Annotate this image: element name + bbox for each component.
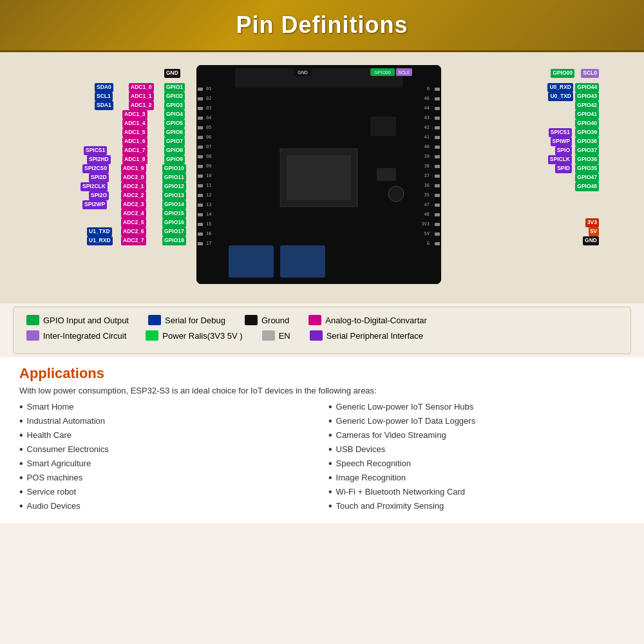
gpio-legend-label: GPIO Input and Output [43,316,129,325]
bullet: • [328,416,332,426]
board-surface: 01 02 03 04 05 06 07 08 09 10 11 12 [196,65,441,284]
bullet: • [328,459,332,469]
svg-rect-28 [435,107,440,110]
bullet: • [19,430,23,440]
bullet: • [328,473,332,483]
legend-adc: Analog-to-Digital-Convartar [308,315,427,325]
gnd-bottom-label: GND [583,236,599,245]
svg-rect-30 [435,126,440,129]
sclo-label: SCL0 [581,69,599,78]
svg-rect-12 [198,117,203,120]
en-color-box [262,330,275,341]
svg-text:15: 15 [206,222,211,227]
legend-power: Power Ralis(3V3 5V ) [146,330,242,341]
sda1-label: SDA1 [95,101,113,110]
svg-rect-18 [198,175,203,178]
svg-rect-16 [198,155,203,158]
app-item: •USB Devices [328,444,625,455]
ground-color-box [245,315,258,325]
svg-rect-17 [198,165,203,168]
svg-text:48: 48 [424,212,430,217]
gpio16-label: GPIO16 [162,218,186,227]
serial-debug-color-box [148,315,161,325]
svg-text:11: 11 [206,183,211,188]
adc24-label: ADC2_4 [121,209,146,218]
gpio35-label: GPIO35 [575,164,599,173]
gpio42-label: GPIO42 [575,101,599,110]
svg-text:07: 07 [206,144,211,149]
svg-text:37: 37 [424,173,430,178]
page-wrapper: Pin Definitions [0,0,644,644]
svg-rect-41 [435,232,440,236]
svg-rect-36 [435,184,440,187]
gpio18-label: GPIO18 [162,236,186,245]
gpio08-label: GPIO8 [164,146,185,155]
adc-color-box [308,315,321,325]
gpio39-label: GPIO39 [575,128,599,137]
board: 01 02 03 04 05 06 07 08 09 10 11 12 [196,65,441,284]
u1rxd-label: U1_RXD [87,236,113,245]
svg-text:10: 10 [206,173,211,178]
svg-rect-14 [198,136,203,139]
applications-columns: •Smart Home•Industrial Automation•Health… [19,402,625,515]
gpio37-label: GPIO37 [575,146,599,155]
spiclk-label: SPICLK [548,155,572,164]
svg-text:17: 17 [206,241,211,246]
spi2d-label: SPI2D [89,173,109,182]
svg-rect-40 [435,223,440,226]
app-item: •Speech Recognition [328,459,625,469]
gpio07-label: GPIO7 [164,137,185,146]
svg-rect-26 [435,88,440,91]
spi2wp-label: SPI2WP [82,200,107,209]
gpio15-label: GPIO15 [162,209,186,218]
svg-rect-35 [435,175,440,178]
svg-text:01: 01 [206,86,211,91]
pin-diagram-section: 01 02 03 04 05 06 07 08 09 10 11 12 [0,52,644,303]
i2c-legend-label: Inter-Integrated Circuit [43,331,126,341]
spics1-right-label: SPICS1 [549,128,572,137]
svg-text:39: 39 [424,154,430,159]
svg-text:47: 47 [424,202,430,207]
adc17-label: ADC1_7 [122,146,147,155]
power-color-box [146,330,158,341]
gpio01-label: GPIO1 [164,83,185,92]
svg-rect-29 [435,117,440,120]
app-item: •POS machines [19,473,316,483]
app-item: •Cameras for Video Streaming [328,430,625,440]
u1txd-label: U1_TXD [87,227,112,236]
gpio40-label: GPIO40 [575,119,599,128]
svg-text:05: 05 [206,125,211,130]
svg-rect-24 [198,232,203,236]
adc26-label: ADC2_6 [121,227,146,236]
svg-rect-42 [435,242,440,245]
svg-text:04: 04 [206,115,211,120]
svg-text:16: 16 [206,231,211,236]
svg-rect-34 [435,165,440,168]
svg-point-8 [388,186,404,202]
app-item: •Image Recognition [328,473,625,483]
adc19-label: ADC1_9 [121,164,146,173]
svg-rect-22 [198,213,203,216]
page-title: Pin Definitions [0,12,644,39]
gpio12-label: GPIO12 [162,182,186,191]
svg-rect-38 [435,204,440,207]
app-item: •Service robot [19,487,316,497]
adc27-label: ADC2_7 [121,236,146,245]
bullet: • [19,444,23,455]
scl1-label: SCL1 [95,92,113,101]
adc-legend-label: Analog-to-Digital-Convartar [325,316,427,325]
app-item: •Health Care [19,430,316,440]
spi2hd-label: SPI2HD [87,155,111,164]
legend-ground: Ground [245,315,289,325]
gpio14-label: GPIO14 [162,200,186,209]
gpio47-label: GPIO47 [575,173,599,182]
app-column-right: •Generic Low-power IoT Sensor Hubs•Gener… [328,402,625,515]
svg-text:3V3: 3V3 [421,222,430,227]
svg-text:43: 43 [424,115,430,120]
svg-text:46: 46 [424,96,430,101]
bullet: • [328,501,332,511]
legend-gpio: GPIO Input and Output [26,315,129,325]
svg-text:03: 03 [206,106,211,111]
gpio48-label: GPIO48 [575,182,599,191]
spid-label: SPID [555,164,572,173]
